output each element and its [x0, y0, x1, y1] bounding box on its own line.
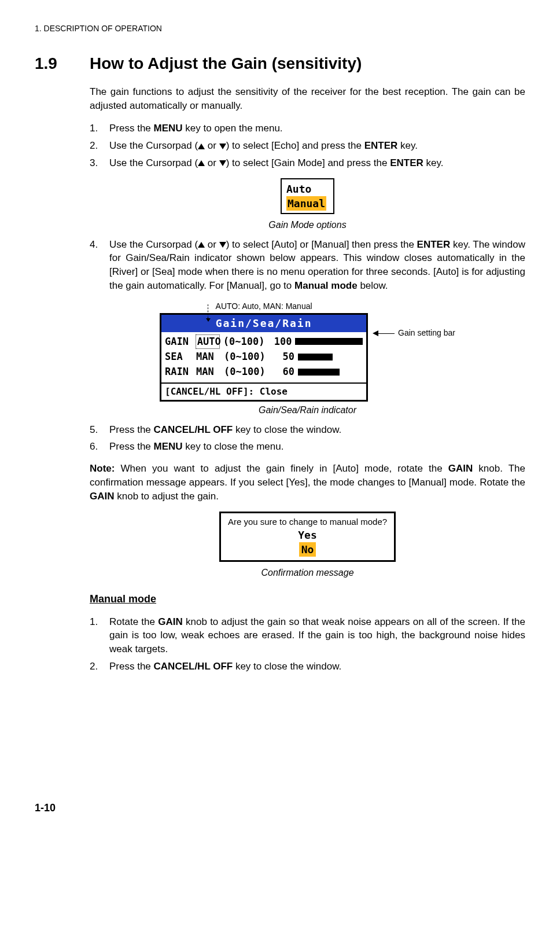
text: key. [397, 140, 418, 151]
text: or [205, 157, 219, 168]
indicator-row-gain: GAIN AUTO (0~100) 100 [165, 334, 363, 350]
text: key to open the menu. [183, 123, 283, 134]
indicator-row-rain: RAIN MAN (0~100) 60 [165, 365, 363, 379]
key-enter: ENTER [364, 140, 398, 151]
subsection-manual-mode: Manual mode [90, 592, 525, 606]
procedure-list-1: Press the MENU key to open the menu. Use… [90, 122, 525, 170]
text: below. [358, 280, 388, 291]
mode: MAN [196, 350, 220, 364]
confirm-yes: Yes [228, 528, 387, 542]
note-paragraph: Note: When you want to adjust the gain f… [90, 462, 525, 503]
option-auto: Auto [286, 182, 326, 196]
step-6: Press the MENU key to close the menu. [90, 440, 525, 454]
key-menu: MENU [154, 441, 183, 452]
text: Use the Cursorpad ( [109, 140, 198, 151]
text: When you want to adjust the gain finely … [115, 463, 448, 474]
value: 50 [275, 350, 294, 364]
label: RAIN [165, 365, 193, 379]
figure-gain-mode-options: Auto Manual [90, 178, 525, 214]
caption-indicator: Gain/Sea/Rain indicator [90, 404, 525, 417]
indicator-window: Gain/Sea/Rain GAIN AUTO (0~100) 100 SEA … [160, 313, 368, 402]
text: ) to select [Echo] and press the [226, 140, 364, 151]
caption-confirmation: Confirmation message [90, 567, 525, 579]
key-enter: ENTER [417, 239, 451, 250]
key-cancel: CANCEL/HL OFF [154, 424, 233, 435]
note-label: Note: [90, 463, 115, 474]
knob-gain: GAIN [448, 463, 473, 474]
confirm-no-selected: No [299, 542, 316, 557]
label: GAIN [165, 335, 192, 349]
section-title: How to Adjust the Gain (sensitivity) [90, 52, 362, 75]
knob-gain: GAIN [158, 616, 183, 627]
text: Rotate the [109, 616, 158, 627]
step-4: Use the Cursorpad ( or ) to select [Auto… [90, 238, 525, 293]
arrow-down-icon [219, 144, 226, 149]
text: Use the Cursorpad ( [109, 157, 198, 168]
figure-confirmation: Are you sure to change to manual mode? Y… [90, 512, 525, 562]
confirmation-dialog: Are you sure to change to manual mode? Y… [219, 512, 396, 562]
figure-indicator: AUTO: Auto, MAN: Manual Gain/Sea/Rain GA… [90, 301, 525, 402]
indicator-footer: [CANCEL/HL OFF]: Close [161, 382, 366, 400]
mode: AUTO [196, 334, 220, 350]
caption-gain-mode: Gain Mode options [90, 219, 525, 231]
arrow-down-icon [219, 242, 226, 248]
step-2: Use the Cursorpad ( or ) to select [Echo… [90, 139, 525, 153]
sea-bar [298, 354, 333, 361]
arrow-up-icon [198, 160, 205, 166]
gain-mode-box: Auto Manual [281, 178, 334, 214]
step-3: Use the Cursorpad ( or ) to select [Gain… [90, 156, 525, 170]
value: 60 [275, 365, 294, 379]
range: (0~100) [224, 365, 271, 379]
text: ) to select [Gain Mode] and press the [226, 157, 390, 168]
annotation-text: Gain setting bar [398, 328, 455, 339]
gain-bar [295, 338, 363, 345]
annotation-auto-man: AUTO: Auto, MAN: Manual [216, 301, 312, 312]
annotation-gain-bar: Gain setting bar [373, 328, 455, 339]
range: (0~100) [223, 335, 270, 349]
text: key to close the window. [233, 661, 341, 672]
text: Press the [109, 441, 154, 452]
mode: MAN [196, 365, 220, 379]
text: Press the [109, 123, 154, 134]
text: Press the [109, 424, 154, 435]
text: ) to select [Auto] or [Manual] then pres… [226, 239, 417, 250]
procedure-list-1c: Press the CANCEL/HL OFF key to close the… [90, 423, 525, 454]
step-5: Press the CANCEL/HL OFF key to close the… [90, 423, 525, 437]
text: key to close the menu. [183, 441, 284, 452]
key-menu: MENU [154, 123, 183, 134]
indicator-title: Gain/Sea/Rain [161, 315, 366, 332]
intro-paragraph: The gain functions to adjust the sensiti… [90, 85, 525, 113]
page-number: 1-10 [35, 801, 56, 815]
option-manual-selected: Manual [286, 196, 326, 211]
manual-step-2: Press the CANCEL/HL OFF key to close the… [90, 660, 525, 674]
text: or [205, 239, 219, 250]
text: or [205, 140, 219, 151]
step-1: Press the MENU key to open the menu. [90, 122, 525, 135]
arrow-up-icon [198, 144, 205, 149]
text: key to close the window. [233, 424, 341, 435]
arrow-down-icon [219, 160, 226, 166]
text: key. [423, 157, 444, 168]
section-heading: 1.9 How to Adjust the Gain (sensitivity) [35, 52, 525, 75]
manual-step-1: Rotate the GAIN knob to adjust the gain … [90, 615, 525, 656]
text: Use the Cursorpad ( [109, 239, 198, 250]
section-number: 1.9 [35, 52, 90, 75]
procedure-list-1b: Use the Cursorpad ( or ) to select [Auto… [90, 238, 525, 293]
key-cancel: CANCEL/HL OFF [154, 661, 233, 672]
page-header: 1. DESCRIPTION OF OPERATION [35, 23, 525, 35]
label: SEA [165, 350, 193, 364]
key-enter: ENTER [390, 157, 423, 168]
confirm-message: Are you sure to change to manual mode? [228, 516, 387, 528]
pointer-line-icon [208, 304, 208, 318]
value: 100 [272, 335, 292, 349]
arrow-left-icon [373, 328, 395, 339]
indicator-row-sea: SEA MAN (0~100) 50 [165, 350, 363, 364]
arrow-up-icon [198, 242, 205, 248]
procedure-list-manual: Rotate the GAIN knob to adjust the gain … [90, 615, 525, 674]
rain-bar [298, 369, 340, 376]
knob-gain: GAIN [90, 491, 115, 502]
text: Press the [109, 661, 154, 672]
range: (0~100) [224, 350, 271, 364]
ref-manual-mode: Manual mode [294, 280, 358, 291]
text: knob to adjust the gain. [115, 491, 219, 502]
